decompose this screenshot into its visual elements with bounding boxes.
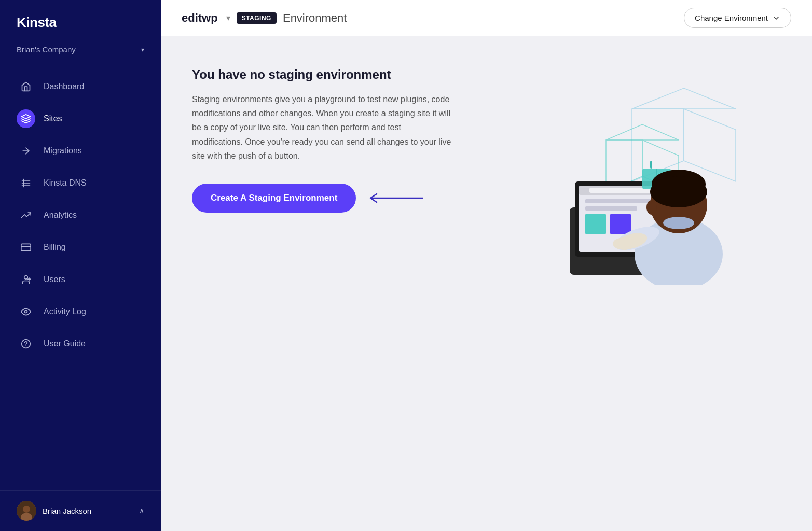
header-left: editwp ▾ STAGING Environment (182, 11, 347, 25)
change-env-label: Change Environment (695, 13, 768, 22)
user-guide-icon-wrap (17, 334, 35, 353)
svg-point-41 (646, 200, 657, 215)
svg-marker-18 (684, 109, 736, 181)
chevron-down-icon (772, 14, 780, 22)
content-right (472, 67, 781, 275)
content-left: You have no staging environment Staging … (192, 67, 451, 213)
dns-icon-wrap (17, 174, 35, 192)
svg-rect-35 (650, 161, 652, 169)
users-icon-wrap (17, 270, 35, 289)
site-dropdown-icon[interactable]: ▾ (226, 13, 230, 23)
company-name: Brian's Company (17, 45, 76, 54)
analytics-icon-wrap (17, 206, 35, 225)
user-plus-icon (21, 274, 31, 285)
svg-rect-6 (21, 244, 31, 250)
users-label: Users (44, 275, 65, 284)
user-footer[interactable]: Brian Jackson ∧ (0, 490, 161, 531)
svg-marker-0 (22, 115, 31, 119)
billing-label: Billing (44, 243, 66, 252)
svg-rect-30 (585, 206, 637, 211)
help-circle-icon (21, 339, 31, 349)
sites-label: Sites (44, 114, 62, 123)
header: editwp ▾ STAGING Environment Change Envi… (161, 0, 812, 36)
site-name: editwp (182, 11, 218, 25)
billing-icon-wrap (17, 238, 35, 257)
kinsta-dns-label: Kinsta DNS (44, 178, 87, 188)
change-environment-button[interactable]: Change Environment (684, 8, 791, 28)
svg-point-8 (24, 276, 28, 280)
eye-icon (21, 306, 31, 317)
user-guide-label: User Guide (44, 339, 86, 348)
avatar (17, 501, 36, 521)
svg-point-15 (23, 506, 30, 513)
sidebar-item-migrations[interactable]: Migrations (0, 135, 161, 167)
create-staging-button[interactable]: Create A Staging Environment (192, 184, 356, 213)
sidebar: Kinsta Brian's Company ▾ Dashboard (0, 0, 161, 531)
action-row: Create A Staging Environment (192, 184, 451, 213)
svg-rect-32 (610, 214, 631, 234)
avatar-illustration (17, 501, 36, 521)
svg-point-40 (650, 176, 707, 207)
sidebar-item-kinsta-dns[interactable]: Kinsta DNS (0, 167, 161, 199)
svg-marker-23 (606, 124, 679, 140)
credit-card-icon (21, 242, 31, 253)
company-selector[interactable]: Brian's Company ▾ (0, 41, 161, 66)
migrations-label: Migrations (44, 146, 82, 156)
logo-text: Kinsta (17, 15, 56, 30)
sidebar-item-user-guide[interactable]: User Guide (0, 328, 161, 360)
content-area: You have no staging environment Staging … (161, 36, 812, 531)
activity-log-icon-wrap (17, 302, 35, 321)
svg-rect-28 (589, 188, 652, 193)
trending-up-icon (21, 210, 31, 220)
env-label: Environment (283, 11, 347, 25)
sites-icon-wrap (17, 109, 35, 128)
company-chevron-icon: ▾ (141, 46, 144, 53)
svg-point-42 (663, 217, 694, 229)
user-info: Brian Jackson (17, 501, 91, 521)
create-btn-label: Create A Staging Environment (211, 193, 337, 203)
footer-username: Brian Jackson (43, 507, 91, 515)
sidebar-item-analytics[interactable]: Analytics (0, 199, 161, 231)
logo: Kinsta (0, 0, 161, 41)
sidebar-nav: Dashboard Sites Migrations (0, 66, 161, 490)
home-icon (21, 81, 31, 92)
env-badge: STAGING (237, 12, 277, 24)
arrow-left-icon (366, 190, 429, 206)
migrations-icon (21, 146, 31, 156)
svg-rect-31 (585, 214, 606, 234)
dashboard-label: Dashboard (44, 82, 84, 91)
sidebar-item-activity-log[interactable]: Activity Log (0, 296, 161, 328)
sidebar-item-dashboard[interactable]: Dashboard (0, 71, 161, 103)
svg-point-45 (613, 237, 636, 250)
dashboard-icon-wrap (17, 77, 35, 96)
main-area: editwp ▾ STAGING Environment Change Envi… (161, 0, 812, 531)
staging-illustration (518, 78, 736, 275)
footer-chevron-icon: ∧ (139, 507, 144, 515)
page-title: You have no staging environment (192, 67, 451, 82)
dns-icon (21, 178, 31, 188)
page-description: Staging environments give you a playgrou… (192, 92, 451, 163)
sidebar-item-sites[interactable]: Sites (0, 103, 161, 135)
activity-log-label: Activity Log (44, 307, 86, 316)
illustration-svg (518, 78, 756, 285)
sidebar-item-billing[interactable]: Billing (0, 231, 161, 263)
layers-icon (21, 114, 31, 124)
svg-point-11 (25, 311, 27, 313)
svg-marker-20 (632, 88, 736, 109)
analytics-label: Analytics (44, 211, 77, 220)
migrations-icon-wrap (17, 142, 35, 160)
sidebar-item-users[interactable]: Users (0, 263, 161, 296)
